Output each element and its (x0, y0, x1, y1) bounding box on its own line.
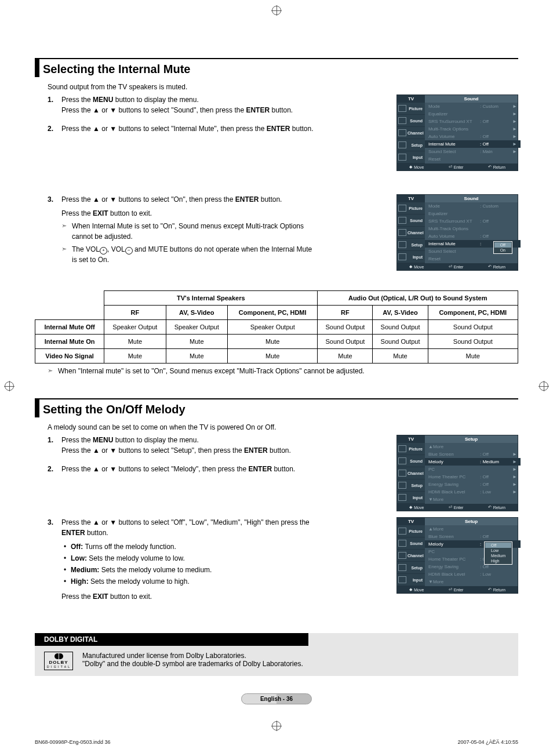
table-col-header: RF (318, 306, 373, 320)
osd-row: Equalizer► (425, 110, 521, 118)
osd-side-item: Sound (397, 215, 425, 227)
osd-side-item: Sound (397, 115, 425, 127)
section-title-melody: Setting the On/Off Melody (35, 398, 518, 417)
table-note: When "Internal mute" is set to "On", Sou… (48, 367, 518, 375)
osd-side-item: Sound (397, 537, 425, 550)
osd-side-item: Setup (397, 562, 425, 574)
table-col-header: AV, S-Video (373, 306, 428, 320)
osd-side-item: Input (397, 251, 425, 263)
melody-step-2: 2. Press the ▲ or ▼ buttons to select "M… (48, 464, 316, 474)
osd-row: Energy Saving: Off► (425, 481, 521, 488)
osd-row: SRS TruSurround XT: Off► (425, 118, 521, 125)
dolby-line-1: Manufactured under license from Dolby La… (82, 652, 303, 660)
osd-row: Auto Volume: Off► (425, 133, 521, 140)
osd-setup-2: TV Setup PictureSoundChannelSetupInput ▲… (396, 517, 518, 594)
osd-row: Auto Volume: Off (425, 232, 521, 240)
osd-side-item: Channel (397, 227, 425, 239)
table-row: Video No SignalMuteMuteMuteMuteMuteMute (35, 349, 518, 364)
registration-mark-right (539, 381, 548, 391)
osd-side-item: Input (397, 492, 425, 504)
table-col-header: Component, PC, HDMI (227, 306, 317, 320)
osd-row: Blue Screen: Off► (425, 450, 521, 458)
osd-row: Reset (425, 255, 521, 263)
osd-side-item: Picture (397, 103, 425, 115)
osd-side-item: Picture (397, 525, 425, 537)
osd-row: PC► (425, 466, 521, 473)
registration-mark-top (272, 6, 281, 15)
note-2: The VOL+, VOL− and MUTE buttons do not o… (61, 244, 316, 265)
melody-option: Low: Sets the melody volume to low. (63, 553, 316, 564)
osd-row: ▲More (425, 443, 521, 450)
osd-row: Mode: Custom► (425, 103, 521, 110)
osd-row: Blue Screen: Off (425, 533, 521, 540)
dolby-line-2: "Dolby" and the double-D symbol are trad… (82, 660, 303, 668)
step-3: 3. Press the ▲ or ▼ buttons to select "O… (48, 194, 316, 265)
osd-side-item: Input (397, 574, 425, 586)
osd-side-item: Sound (397, 455, 425, 467)
table-row: Internal Mute OffSpeaker OutputSpeaker O… (35, 320, 518, 335)
document-footer: BN68-00998P-Eng-0503.indd 36 2007-05-04 … (35, 739, 518, 745)
osd-row: HDMI Black Level: Low► (425, 488, 521, 496)
osd-row: Home Theater PC: Off► (425, 473, 521, 481)
osd-row: Sound Select: Main► (425, 148, 521, 155)
melody-option: Off: Turns off the melody function. (63, 541, 316, 552)
page-number: English - 36 (241, 693, 312, 704)
osd-row: Reset (425, 155, 521, 163)
table-col-header: RF (104, 306, 166, 320)
osd-row: SRS TruSurround XT: Off (425, 217, 521, 225)
osd-row: Equalizer (425, 210, 521, 217)
section2-intro: A melody sound can be set to come on whe… (48, 423, 518, 431)
osd-row: Internal Mute: Off► (425, 140, 521, 148)
dolby-logo: DOLBY D I G I T A L (44, 652, 73, 670)
melody-step-1: 1. Press the MENU button to display the … (48, 435, 316, 456)
osd-side-item: Setup (397, 239, 425, 251)
osd-sound-2: TV Sound PictureSoundChannelSetupInput M… (396, 194, 518, 271)
step-2: 2. Press the ▲ or ▼ buttons to select "I… (48, 123, 316, 134)
osd-row: Mode: Custom (425, 202, 521, 210)
registration-mark-left (5, 381, 14, 391)
melody-option: Medium: Sets the melody volume to medium… (63, 565, 316, 575)
melody-step-3: 3. Press the ▲ or ▼ buttons to select "O… (48, 517, 316, 602)
note-1: When Internal Mute is set to "On", Sound… (61, 221, 316, 242)
osd-row: Melody: Medium► (425, 458, 521, 466)
osd-row: Multi-Track Options► (425, 125, 521, 133)
osd-side-item: Setup (397, 139, 425, 151)
section1-intro: Sound output from the TV speakers is mut… (48, 83, 518, 91)
osd-row: Multi-Track Options (425, 225, 521, 232)
step-1: 1. Press the MENU button to display the … (48, 94, 316, 115)
osd-setup-1: TV Setup PictureSoundChannelSetupInput ▲… (396, 435, 518, 511)
osd-side-item: Channel (397, 550, 425, 562)
osd-side-item: Picture (397, 202, 425, 215)
osd-row: ▼More (425, 496, 521, 503)
melody-option: High: Sets the melody volume to high. (63, 576, 316, 587)
registration-mark-bottom (272, 721, 281, 730)
osd-row: HDMI Black Level: Low (425, 570, 521, 578)
osd-side-item: Channel (397, 467, 425, 479)
osd-side-item: Input (397, 151, 425, 163)
osd-row: ▼More (425, 578, 521, 586)
table-col-header: Component, PC, HDMI (428, 306, 518, 320)
dolby-box: DOLBY DIGITAL DOLBY D I G I T A L Manufa… (35, 633, 518, 676)
section-title-internal-mute: Selecting the Internal Mute (35, 58, 518, 77)
osd-row: ▲More (425, 525, 521, 533)
table-row: Internal Mute OnMuteMuteMuteSound Output… (35, 335, 518, 349)
table-col-header: AV, S-Video (166, 306, 227, 320)
osd-side-item: Picture (397, 443, 425, 455)
osd-sound-1: TV Sound PictureSoundChannelSetupInput M… (396, 94, 518, 171)
osd-side-item: Setup (397, 479, 425, 492)
output-table: TV's Internal Speakers Audio Out (Optica… (35, 290, 518, 364)
osd-side-item: Channel (397, 127, 425, 139)
